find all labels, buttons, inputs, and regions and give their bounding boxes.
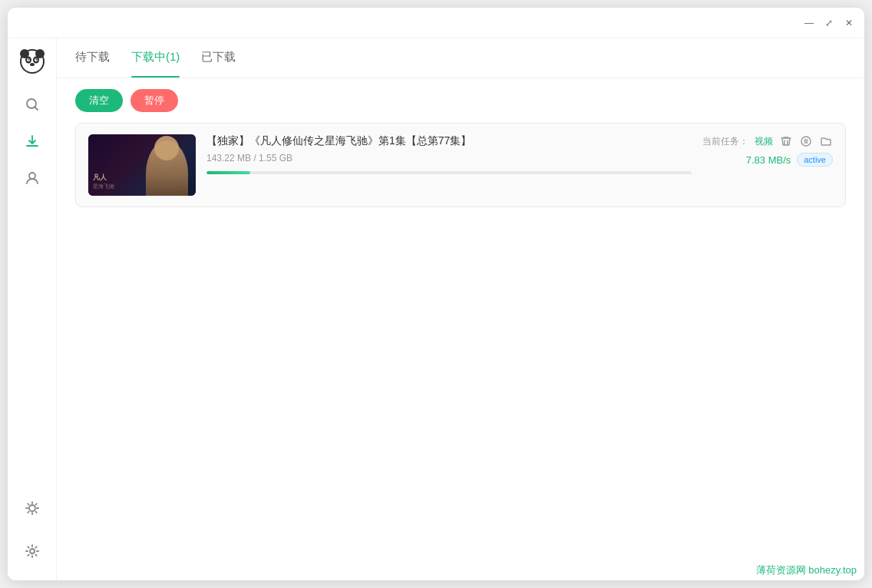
svg-point-10 [30,63,35,66]
app-logo [17,46,48,77]
svg-point-14 [29,505,35,511]
download-thumbnail: 凡人 星海飞驰 [88,134,196,196]
progress-fill [206,171,250,174]
watermark: 薄荷资源网 bohezy.top [756,563,857,577]
download-title: 【独家】《凡人修仙传之星海飞驰》第1集【总第77集】 [206,134,692,148]
svg-rect-26 [807,139,808,144]
download-size: 143.22 MB / 1.55 GB [206,153,692,164]
svg-line-20 [35,511,36,512]
delete-icon[interactable] [779,134,793,148]
minimize-button[interactable]: — [803,17,815,29]
sidebar-item-download[interactable] [17,126,48,157]
svg-rect-25 [804,139,806,144]
titlebar: — ⤢ ✕ [8,8,864,38]
svg-point-23 [30,549,35,553]
pause-button[interactable]: 暂停 [130,89,178,112]
window-controls: — ⤢ ✕ [803,17,855,29]
sidebar [8,38,57,580]
tab-downloading[interactable]: 下载中(1) [131,38,180,78]
sidebar-item-search[interactable] [17,89,48,120]
tab-downloaded[interactable]: 已下载 [201,38,236,78]
tab-bar: 待下载 下载中(1) 已下载 [57,38,864,78]
speed-row: 7.83 MB/s active [746,153,833,167]
task-info: 当前任务： 视频 [702,134,833,148]
svg-point-13 [29,173,35,179]
progress-bar [206,171,692,174]
sidebar-item-user[interactable] [17,163,48,193]
close-button[interactable]: ✕ [843,17,855,29]
toolbar: 清空 暂停 [57,78,864,123]
maximize-button[interactable]: ⤢ [823,17,835,29]
svg-point-24 [801,137,811,146]
tab-pending[interactable]: 待下载 [75,38,110,78]
download-item: 凡人 星海飞驰 【独家】《凡人修仙传之星海飞驰》第1集【总第77集】 143.2… [75,123,846,207]
download-speed: 7.83 MB/s [746,154,791,166]
download-list: 凡人 星海飞驰 【独家】《凡人修仙传之星海飞驰》第1集【总第77集】 143.2… [57,123,864,580]
main-content: 待下载 下载中(1) 已下载 清空 暂停 [57,38,864,580]
sidebar-item-theme[interactable] [17,493,48,524]
folder-icon[interactable] [819,134,833,148]
download-right: 当前任务： 视频 [702,134,833,167]
svg-line-22 [35,504,36,504]
svg-line-19 [28,504,28,504]
download-info: 【独家】《凡人修仙传之星海飞驰》第1集【总第77集】 143.22 MB / 1… [206,134,692,174]
clear-button[interactable]: 清空 [75,89,123,112]
sidebar-item-settings[interactable] [17,536,48,567]
svg-line-12 [35,107,38,111]
svg-point-9 [35,59,37,61]
status-badge: active [797,153,833,167]
svg-line-21 [28,511,28,512]
pause-icon[interactable] [799,134,813,148]
svg-point-8 [28,59,29,61]
